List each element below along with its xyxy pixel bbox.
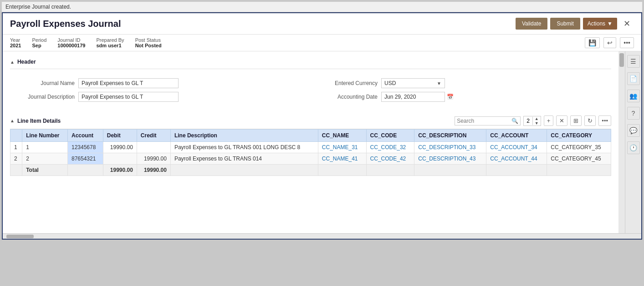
page-up-btn[interactable]: ▲ [533,116,541,121]
total-debit: 19990.00 [103,165,137,176]
journal-name-label: Journal Name [10,80,78,86]
header-section-title-bar: ▲ Header [10,55,611,69]
validate-button[interactable]: Validate [516,18,547,30]
horizontal-scrollbar[interactable] [3,233,641,239]
undo-icon-btn[interactable]: ↩ [603,37,616,48]
people-icon-btn[interactable]: 👥 [627,90,640,102]
search-wrap: 🔍 [455,116,521,125]
line-items-header: ▲ Line Item Details 🔍 2 ▲ ▼ [10,113,611,129]
total-cc-category [547,165,611,176]
meta-year-label: Year [10,37,21,43]
row2-line-description: Payroll Expenses to GL TRANS 014 [170,153,318,165]
journal-desc-input[interactable] [78,92,179,102]
col-header-cc-category: CC_CATEGORY [547,130,611,142]
meta-journal-id-label: Journal ID [57,37,85,43]
row2-line-number: 2 [22,153,68,165]
meta-prepared-by: Prepared By sdm user1 [96,37,124,48]
row2-credit: 19990.00 [137,153,170,165]
entered-currency-select[interactable]: USD [381,78,445,88]
row2-cc-account[interactable]: CC_ACCOUNT_44 [486,153,547,165]
calendar-icon[interactable]: 📅 [447,94,454,100]
col-header-cc-description: CC_DESCRIPTION [414,130,486,142]
header-section-label: Header [17,59,36,65]
col-header-cc-code: CC_CODE [366,130,414,142]
meta-prepared-by-value: sdm user1 [96,43,124,48]
add-row-btn[interactable]: + [544,115,554,126]
header-bar: Payroll Expenses Journal Validate Submit… [3,13,641,35]
close-button[interactable]: ✕ [620,17,634,30]
row2-cc-name[interactable]: CC_NAME_41 [318,153,366,165]
more-icon-btn[interactable]: ••• [620,37,634,48]
meta-post-status-label: Post Status [135,37,162,43]
search-input[interactable] [457,118,511,124]
row1-line-number: 1 [22,142,68,153]
line-items-toolbar: 🔍 2 ▲ ▼ + ✕ ⊞ ↻ ••• [455,115,611,126]
col-header-credit: Credit [137,130,170,142]
table-header-row: Line Number Account Debit Credit Line De… [10,130,611,142]
row2-account[interactable]: 87654321 [67,153,103,165]
more-options-btn[interactable]: ••• [598,115,611,126]
meta-post-status-value: Not Posted [135,43,162,48]
row1-cc-account[interactable]: CC_ACCOUNT_34 [486,142,547,153]
row2-cc-code[interactable]: CC_CODE_42 [366,153,414,165]
line-items-section: ▲ Line Item Details 🔍 2 ▲ ▼ [10,113,611,176]
row1-line-description: Payroll Expenses to GL TRANS 001 LONG DE… [170,142,318,153]
row2-cc-category: CC_CATEGORY_45 [547,153,611,165]
row2-idx: 2 [10,153,22,165]
total-desc [170,165,318,176]
row1-cc-name[interactable]: CC_NAME_31 [318,142,366,153]
table-row[interactable]: 1 1 12345678 19990.00 Payroll Expenses t… [10,142,611,153]
header-actions: Validate Submit Actions ▼ ✕ [516,17,634,30]
accounting-date-input[interactable] [381,92,445,102]
document-icon-btn[interactable]: 📄 [627,72,640,85]
line-items-table: Line Number Account Debit Credit Line De… [10,129,611,176]
col-header-line-number [10,130,22,142]
col-header-cc-name: CC_NAME [318,130,366,142]
meta-toolbar: 💾 ↩ ••• [585,37,634,48]
save-icon-btn[interactable]: 💾 [585,37,600,48]
columns-btn[interactable]: ⊞ [570,115,582,126]
refresh-btn[interactable]: ↻ [584,115,596,126]
page-down-btn[interactable]: ▼ [533,121,541,125]
meta-journal-id-value: 1000000179 [57,43,85,48]
total-cc-account [486,165,547,176]
help-icon-btn[interactable]: ? [627,107,640,120]
clock-icon-btn[interactable]: 🕐 [627,141,640,154]
row1-account[interactable]: 12345678 [67,142,103,153]
row2-cc-description[interactable]: CC_DESCRIPTION_43 [414,153,486,165]
page-control: 2 ▲ ▼ [523,116,541,126]
meta-prepared-by-label: Prepared By [96,37,124,43]
accounting-date-wrap: 📅 [381,92,611,102]
table-wrap: Line Number Account Debit Credit Line De… [10,129,611,176]
col-header-line-number-val: Line Number [22,130,68,142]
search-icon-btn[interactable]: 🔍 [511,118,518,124]
page-number: 2 [524,117,533,125]
row2-debit [103,153,137,165]
journal-desc-value [78,92,308,102]
meta-period: Period Sep [32,37,46,48]
actions-button[interactable]: Actions ▼ [583,18,617,30]
meta-journal-id: Journal ID 1000000179 [57,37,85,48]
vertical-scrollbar[interactable] [618,51,625,233]
total-account [67,165,103,176]
submit-button[interactable]: Submit [550,18,580,30]
delete-row-btn[interactable]: ✕ [556,115,567,126]
meta-year: Year 2021 [10,37,21,48]
line-items-arrow: ▲ [10,118,15,123]
row1-cc-category: CC_CATEGORY_35 [547,142,611,153]
list-icon-btn[interactable]: ☰ [627,55,640,68]
row1-credit [137,142,170,153]
outer-container: Payroll Expenses Journal Validate Submit… [2,12,642,240]
total-label: Total [22,165,68,176]
table-row[interactable]: 2 2 87654321 19990.00 Payroll Expenses t… [10,153,611,165]
notification-message: Enterprise Journal created. [5,4,71,10]
header-form: Journal Name Entered Currency USD ▼ Jour… [10,75,611,105]
row1-cc-code[interactable]: CC_CODE_32 [366,142,414,153]
meta-period-label: Period [32,37,46,43]
meta-post-status: Post Status Not Posted [135,37,162,48]
row1-cc-description[interactable]: CC_DESCRIPTION_33 [414,142,486,153]
chat-icon-btn[interactable]: 💬 [627,124,640,137]
meta-year-value: 2021 [10,43,21,48]
journal-name-input[interactable] [78,78,179,88]
row1-idx: 1 [10,142,22,153]
